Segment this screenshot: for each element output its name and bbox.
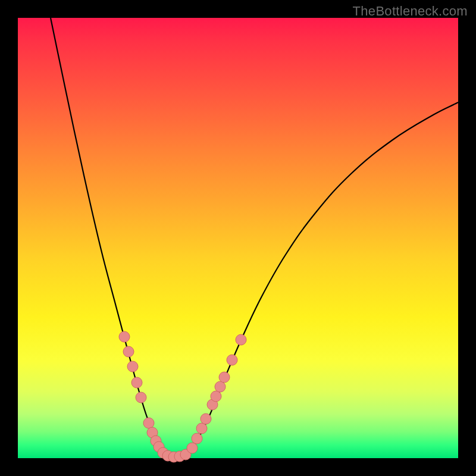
data-dot [192, 433, 202, 444]
data-dot [131, 377, 142, 388]
data-dot [219, 372, 230, 383]
watermark-text: TheBottleneck.com [353, 4, 468, 19]
data-dot [187, 443, 198, 453]
chart-svg [18, 18, 458, 458]
data-dot [196, 423, 207, 434]
data-dot [119, 331, 130, 342]
data-dot [136, 392, 146, 403]
data-dot [215, 381, 226, 392]
data-dot [227, 355, 237, 365]
chart-plot-area [18, 18, 458, 458]
data-dot [123, 346, 134, 357]
data-dot [201, 414, 211, 424]
data-dot [236, 334, 246, 345]
data-dots-group [119, 331, 246, 462]
data-dot [211, 391, 221, 402]
bottleneck-curve [51, 18, 458, 457]
data-dot [143, 418, 154, 428]
data-dot [127, 361, 138, 372]
